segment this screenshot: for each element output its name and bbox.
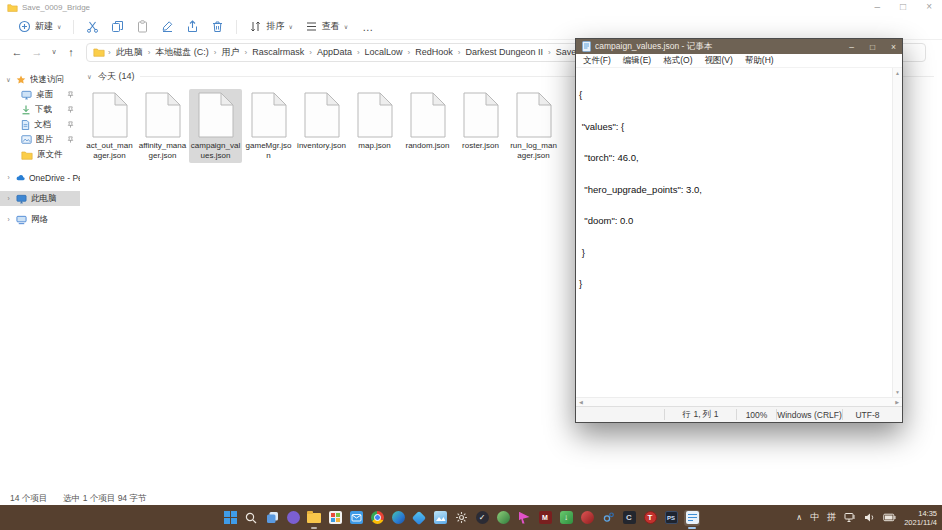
chevron-collapsed-icon: › xyxy=(5,174,12,181)
edge-button[interactable] xyxy=(390,510,406,526)
new-button[interactable]: 新建 ∨ xyxy=(12,17,67,37)
file-item[interactable]: inventory.json xyxy=(295,89,348,163)
file-item[interactable]: roster.json xyxy=(454,89,507,163)
explorer-close-button[interactable]: × xyxy=(926,1,932,12)
notepad-maximize-button[interactable]: □ xyxy=(870,42,875,52)
notepad-text-area[interactable]: { "values": { "torch": 46.0, "hero_upgra… xyxy=(576,68,902,397)
file-item[interactable]: act_out_manager.json xyxy=(83,89,136,163)
app-red-t-button[interactable]: T xyxy=(642,510,658,526)
store-button[interactable] xyxy=(327,510,343,526)
app-gears-button[interactable] xyxy=(600,510,616,526)
scroll-up-icon[interactable]: ▲ xyxy=(895,70,900,76)
settings-button[interactable] xyxy=(453,510,469,526)
pin-icon xyxy=(67,136,74,143)
sidebar-item-network[interactable]: › 网络 xyxy=(0,212,80,227)
rename-button[interactable] xyxy=(155,17,180,37)
ime-language-indicator[interactable]: 拼 xyxy=(827,511,836,524)
file-item[interactable]: gameMgr.json xyxy=(242,89,295,163)
sidebar-item-pictures[interactable]: 图片 xyxy=(0,132,80,147)
clock-time: 14:35 xyxy=(904,509,937,518)
menu-file[interactable]: 文件(F) xyxy=(583,55,611,67)
sort-button[interactable]: 排序 ∨ xyxy=(243,17,298,37)
app-purple-icon[interactable] xyxy=(285,510,301,526)
menu-edit[interactable]: 编辑(E) xyxy=(623,55,651,67)
idm-button[interactable]: ↓ xyxy=(558,510,574,526)
app-red-m-button[interactable]: M xyxy=(537,510,553,526)
photos-button[interactable] xyxy=(432,510,448,526)
zoom-level[interactable]: 100% xyxy=(736,409,776,420)
app-dark-ps-button[interactable]: PS xyxy=(663,510,679,526)
sidebar-item-downloads[interactable]: 下载 xyxy=(0,102,80,117)
scroll-left-icon[interactable]: ◀ xyxy=(579,399,583,405)
cheat-engine-button[interactable]: C xyxy=(621,510,637,526)
sidebar-item-documents[interactable]: 文档 xyxy=(0,117,80,132)
file-item[interactable]: random.json xyxy=(401,89,454,163)
sidebar-item-desktop[interactable]: 桌面 xyxy=(0,87,80,102)
menu-format[interactable]: 格式(O) xyxy=(663,55,692,67)
back-button[interactable]: ← xyxy=(8,46,26,58)
up-button[interactable]: ↑ xyxy=(62,46,80,58)
copy-button[interactable] xyxy=(105,17,130,37)
explorer-tab[interactable]: Save_0009_Bridge xyxy=(7,3,90,12)
file-item[interactable]: affinity_manager.json xyxy=(136,89,189,163)
menu-help[interactable]: 帮助(H) xyxy=(745,55,774,67)
view-button[interactable]: 查看 ∨ xyxy=(299,17,354,37)
start-button[interactable] xyxy=(222,510,238,526)
cut-button[interactable] xyxy=(80,17,105,37)
app-pink-cursor-button[interactable] xyxy=(516,510,532,526)
delete-button[interactable] xyxy=(205,17,230,37)
horizontal-scrollbar[interactable]: ◀ ▶ xyxy=(576,397,902,406)
battery-icon[interactable] xyxy=(883,513,896,522)
file-item-selected[interactable]: campaign_values.json xyxy=(189,89,242,163)
chrome-button[interactable] xyxy=(369,510,385,526)
taskbar-icons: ✓ M ↓ C T PS xyxy=(222,510,700,526)
taskbar-clock[interactable]: 14:35 2021/11/4 xyxy=(904,509,937,527)
sidebar-item-onedrive[interactable]: › OneDrive - Persor xyxy=(0,170,80,185)
breadcrumb-item[interactable]: Rascalrmask xyxy=(250,47,306,57)
breadcrumb-item[interactable]: 本地磁盘 (C:) xyxy=(153,46,211,59)
explorer-maximize-button[interactable]: □ xyxy=(900,1,906,12)
more-options-button[interactable]: … xyxy=(354,21,382,33)
recent-locations-button[interactable]: ∨ xyxy=(48,48,60,56)
file-explorer-button[interactable] xyxy=(306,510,322,526)
notepad-icon xyxy=(582,41,591,52)
text-line: "doom": 0.0 xyxy=(579,216,892,227)
volume-icon[interactable] xyxy=(864,512,875,523)
checkmark-icon: ✓ xyxy=(476,511,489,524)
notepad-taskbar-button[interactable] xyxy=(684,510,700,526)
scroll-right-icon[interactable]: ▶ xyxy=(895,399,899,405)
scroll-down-icon[interactable]: ▼ xyxy=(895,389,900,395)
breadcrumb-item[interactable]: AppData xyxy=(315,47,354,57)
ime-mode-indicator[interactable]: 中 xyxy=(810,511,819,524)
explorer-minimize-button[interactable]: – xyxy=(875,1,881,12)
notepad-minimize-button[interactable]: – xyxy=(849,42,854,52)
app-red-brush-button[interactable] xyxy=(579,510,595,526)
app-check-button[interactable]: ✓ xyxy=(474,510,490,526)
sidebar-item-label: 快速访问 xyxy=(30,74,64,86)
sidebar-item-source-folder[interactable]: 原文件 xyxy=(0,147,80,162)
task-view-button[interactable] xyxy=(264,510,280,526)
sidebar-item-this-pc[interactable]: › 此电脑 xyxy=(0,191,80,206)
paste-button[interactable] xyxy=(130,17,155,37)
network-icon[interactable] xyxy=(844,512,856,523)
hidden-icons-chevron[interactable]: ∧ xyxy=(796,513,802,522)
breadcrumb-item[interactable]: RedHook xyxy=(413,47,455,57)
share-button[interactable] xyxy=(180,17,205,37)
file-item[interactable]: run_log_manager.json xyxy=(507,89,560,163)
app-blue-diamond-button[interactable] xyxy=(411,510,427,526)
vertical-scrollbar[interactable]: ▲ ▼ xyxy=(892,68,902,397)
sidebar-item-quick-access[interactable]: ∨ 快速访问 xyxy=(0,72,80,87)
folder-icon xyxy=(93,47,105,57)
notepad-title-bar[interactable]: campaign_values.json - 记事本 – □ × xyxy=(576,39,902,54)
breadcrumb-item[interactable]: 此电脑 xyxy=(114,46,145,59)
file-item[interactable]: map.json xyxy=(348,89,401,163)
notepad-close-button[interactable]: × xyxy=(891,42,896,52)
breadcrumb-item[interactable]: Darkest Dungeon II xyxy=(463,47,545,57)
menu-view[interactable]: 视图(V) xyxy=(704,55,732,67)
breadcrumb-item[interactable]: LocalLow xyxy=(363,47,405,57)
mail-button[interactable] xyxy=(348,510,364,526)
breadcrumb-item[interactable]: 用户 xyxy=(220,46,242,59)
app-green-globe-button[interactable] xyxy=(495,510,511,526)
forward-button[interactable]: → xyxy=(28,46,46,58)
search-button[interactable] xyxy=(243,510,259,526)
